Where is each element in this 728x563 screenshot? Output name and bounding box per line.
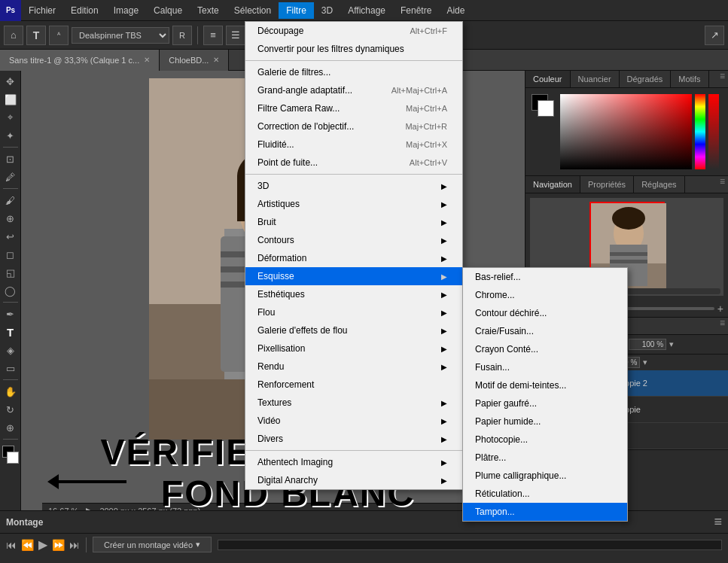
color-panel-options[interactable]: ≡ <box>717 71 728 87</box>
tab-proprietes[interactable]: Propriétés <box>580 176 634 193</box>
tab-reglages[interactable]: Réglages <box>634 176 684 193</box>
sub-tampon[interactable]: Tampon... <box>463 503 627 521</box>
magic-wand-tool[interactable]: ✦ <box>2 127 19 144</box>
menu-renforcement[interactable]: Renforcement <box>245 376 462 394</box>
home-btn[interactable]: ⌂ <box>4 26 23 45</box>
menu-pixellisation[interactable]: Pixellisation ▶ <box>245 339 462 358</box>
menu-edition[interactable]: Edition <box>63 2 106 19</box>
sub-papier-gaufre[interactable]: Papier gaufré... <box>463 394 627 412</box>
color-spectrum[interactable] <box>695 94 705 169</box>
opacity-bar[interactable] <box>708 94 719 169</box>
menu-flou[interactable]: Flou ▶ <box>245 303 462 321</box>
menu-esquisse[interactable]: Esquisse ▶ Bas-relief... Chrome... Conto… <box>245 267 462 285</box>
menu-divers[interactable]: Divers ▶ <box>245 430 462 448</box>
menu-video[interactable]: Vidéo ▶ <box>245 412 462 430</box>
eraser-tool[interactable]: ◻ <box>2 246 19 263</box>
font-size-btn[interactable]: R <box>172 26 192 45</box>
menu-image[interactable]: Image <box>106 2 146 19</box>
menu-point-fuite[interactable]: Point de fuite... Alt+Ctrl+V <box>245 154 462 172</box>
menu-fenetre[interactable]: Fenêtre <box>393 2 439 19</box>
panel-collapse-icon[interactable]: ≡ <box>714 514 722 530</box>
menu-filtre[interactable]: Filtre <box>279 2 314 19</box>
menu-bruit[interactable]: Bruit ▶ <box>245 213 462 231</box>
menu-convertir-filtres[interactable]: Convertir pour les filtres dynamiques <box>245 40 462 58</box>
menu-grand-angle[interactable]: Grand-angle adaptatif... Alt+Maj+Ctrl+A <box>245 81 462 99</box>
path-select-tool[interactable]: ◈ <box>2 342 19 358</box>
menu-calque[interactable]: Calque <box>146 2 190 19</box>
step-back-btn[interactable]: ⏪ <box>21 539 34 551</box>
opacity-input[interactable] <box>629 339 666 350</box>
sub-papier-humide[interactable]: Papier humide... <box>463 412 627 431</box>
menu-contours[interactable]: Contours ▶ <box>245 231 462 249</box>
text-tool[interactable]: T <box>2 324 19 340</box>
shape-tool[interactable]: ▭ <box>2 360 19 376</box>
tab-motifs[interactable]: Motifs <box>671 71 708 87</box>
menu-3d[interactable]: 3D <box>314 2 340 19</box>
crop-tool[interactable]: ⊡ <box>2 151 19 167</box>
layers-panel-options[interactable]: ≡ <box>717 318 728 334</box>
tab-degrades[interactable]: Dégradés <box>620 71 672 87</box>
brush-tool[interactable]: 🖌 <box>2 192 19 208</box>
move-tool[interactable]: ✥ <box>2 73 19 90</box>
zoom-tool[interactable]: ⊕ <box>2 419 19 436</box>
tab-1[interactable]: Sans titre-1 @ 33,3% (Calque 1 c... ✕ <box>0 50 160 71</box>
bg-color[interactable] <box>7 452 19 464</box>
tab-2-close[interactable]: ✕ <box>213 56 219 64</box>
nav-zoom-in[interactable]: + <box>717 303 723 315</box>
hand-tool[interactable]: ✋ <box>2 383 19 400</box>
menu-camera-raw[interactable]: Filtre Camera Raw... Maj+Ctrl+A <box>245 99 462 117</box>
menu-fluidite[interactable]: Fluidité... Maj+Ctrl+X <box>245 135 462 154</box>
text-style-btn[interactable]: ᴬ <box>49 26 69 45</box>
menu-athentech[interactable]: Athentech Imaging ▶ <box>245 453 462 471</box>
color-gradient[interactable] <box>560 94 692 169</box>
tab-navigation[interactable]: Navigation <box>525 176 580 193</box>
skip-start-btn[interactable]: ⏮ <box>6 539 17 551</box>
lasso-tool[interactable]: ⌖ <box>2 109 19 126</box>
align-left-btn[interactable]: ≡ <box>203 26 223 45</box>
step-fwd-btn[interactable]: ⏩ <box>52 539 65 551</box>
menu-artistiques[interactable]: Artistiques ▶ <box>245 195 462 213</box>
eyedropper-tool[interactable]: 🖉 <box>2 169 19 185</box>
menu-decoupage[interactable]: Découpage Alt+Ctrl+F <box>245 22 462 40</box>
menu-affichage[interactable]: Affichage <box>340 2 393 19</box>
skip-end-btn[interactable]: ⏭ <box>69 539 80 551</box>
sub-fusain[interactable]: Fusain... <box>463 358 627 376</box>
nav-panel-options[interactable]: ≡ <box>717 176 728 193</box>
menu-galerie-flou[interactable]: Galerie d'effets de flou ▶ <box>245 321 462 339</box>
menu-fichier[interactable]: Fichier <box>21 2 63 19</box>
menu-deformation[interactable]: Déformation ▶ <box>245 249 462 267</box>
share-btn[interactable]: ↗ <box>705 26 724 45</box>
menu-textures[interactable]: Textures ▶ <box>245 394 462 412</box>
selection-rect-tool[interactable]: ⬜ <box>2 91 19 108</box>
sub-chrome[interactable]: Chrome... <box>463 286 627 304</box>
stamp-tool[interactable]: ⊕ <box>2 210 19 227</box>
rotate-view-tool[interactable]: ↻ <box>2 401 19 418</box>
sub-photocopie[interactable]: Photocopie... <box>463 431 627 449</box>
create-video-btn[interactable]: Créer un montage vidéo ▾ <box>93 537 212 552</box>
play-btn[interactable]: ▶ <box>38 537 47 552</box>
align-center-btn[interactable]: ☰ <box>226 26 245 45</box>
sub-motif-demi-teintes[interactable]: Motif de demi-teintes... <box>463 376 627 394</box>
sub-craie-fusain[interactable]: Craie/Fusain... <box>463 322 627 340</box>
menu-texte[interactable]: Texte <box>190 2 227 19</box>
menu-aide[interactable]: Aide <box>439 2 472 19</box>
text-tool-btn[interactable]: T <box>26 26 46 45</box>
menu-digital-anarchy[interactable]: Digital Anarchy ▶ <box>245 471 462 489</box>
tab-1-close[interactable]: ✕ <box>144 56 150 64</box>
font-select[interactable]: Dealspinner TBS <box>72 27 169 44</box>
menu-3d[interactable]: 3D ▶ <box>245 177 462 195</box>
sub-reticulation[interactable]: Réticulation... <box>463 485 627 503</box>
tab-couleur[interactable]: Couleur <box>525 71 571 87</box>
sub-platre[interactable]: Plâtre... <box>463 449 627 467</box>
menu-galerie-filtres[interactable]: Galerie de filtres... <box>245 63 462 81</box>
pen-tool[interactable]: ✒ <box>2 306 19 322</box>
tab-2[interactable]: ChloeBD... ✕ <box>160 50 229 71</box>
menu-rendu[interactable]: Rendu ▶ <box>245 358 462 376</box>
menu-esthetiques[interactable]: Esthétiques ▶ <box>245 285 462 303</box>
tab-nuancier[interactable]: Nuancier <box>571 71 620 87</box>
sub-contour-dechire[interactable]: Contour déchiré... <box>463 304 627 322</box>
menu-selection[interactable]: Sélection <box>227 2 279 19</box>
dodge-tool[interactable]: ◯ <box>2 282 19 299</box>
sub-crayon-conte[interactable]: Crayon Conté... <box>463 340 627 358</box>
history-brush-tool[interactable]: ↩ <box>2 228 19 245</box>
